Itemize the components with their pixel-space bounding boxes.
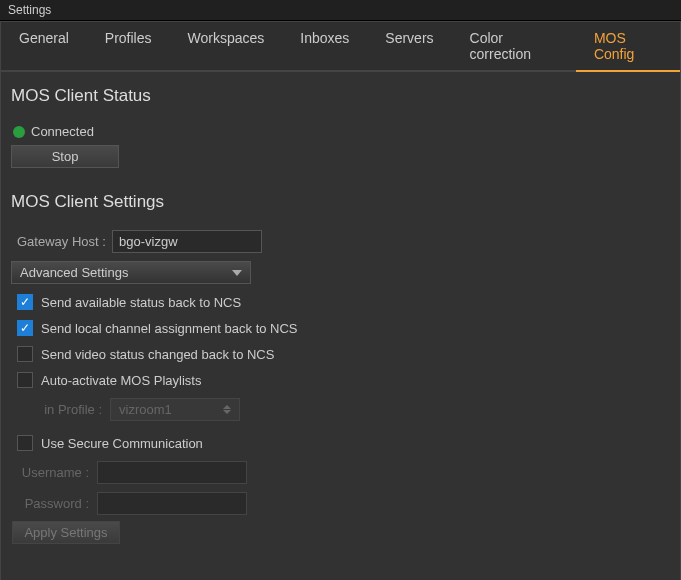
window-title: Settings [8,3,51,17]
gateway-host-label: Gateway Host : [17,234,112,249]
in-profile-row: in Profile : vizroom1 [11,398,670,421]
check-icon: ✓ [20,322,30,334]
advanced-settings-label: Advanced Settings [20,265,128,280]
tab-mos-config[interactable]: MOS Config [576,22,680,72]
mos-config-panel: MOS Client Status Connected Stop MOS Cli… [1,72,680,537]
send-video-status-row: Send video status changed back to NCS [11,346,670,362]
advanced-settings-dropdown[interactable]: Advanced Settings [11,261,251,284]
username-label: Username : [17,465,97,480]
in-profile-value: vizroom1 [119,402,172,417]
tab-workspaces[interactable]: Workspaces [170,22,283,70]
password-label: Password : [17,496,97,511]
password-row: Password : [11,492,670,515]
window-title-bar: Settings [0,0,681,21]
in-profile-label: in Profile : [35,402,110,417]
tab-servers[interactable]: Servers [367,22,451,70]
stepper-icon [223,405,231,414]
apply-settings-button[interactable]: Apply Settings [12,521,120,544]
bottom-actions: Apply Settings [12,521,120,568]
tab-general[interactable]: General [1,22,87,70]
send-channel-assignment-checkbox[interactable]: ✓ [17,320,33,336]
send-video-status-label: Send video status changed back to NCS [41,347,274,362]
mos-client-settings-heading: MOS Client Settings [11,192,670,212]
mos-client-status-heading: MOS Client Status [11,86,670,106]
auto-activate-label: Auto-activate MOS Playlists [41,373,201,388]
send-channel-assignment-label: Send local channel assignment back to NC… [41,321,298,336]
settings-content: General Profiles Workspaces Inboxes Serv… [0,21,681,580]
auto-activate-checkbox[interactable] [17,372,33,388]
use-secure-comm-checkbox[interactable] [17,435,33,451]
status-row: Connected [11,124,670,139]
tab-color-correction[interactable]: Color correction [452,22,576,70]
gateway-host-row: Gateway Host : [11,230,670,253]
send-channel-assignment-row: ✓ Send local channel assignment back to … [11,320,670,336]
username-row: Username : [11,461,670,484]
chevron-down-icon [232,270,242,276]
tab-bar: General Profiles Workspaces Inboxes Serv… [1,22,680,72]
send-available-status-row: ✓ Send available status back to NCS [11,294,670,310]
send-video-status-checkbox[interactable] [17,346,33,362]
status-connected-icon [13,126,25,138]
stop-button[interactable]: Stop [11,145,119,168]
gateway-host-input[interactable] [112,230,262,253]
send-available-status-checkbox[interactable]: ✓ [17,294,33,310]
tab-profiles[interactable]: Profiles [87,22,170,70]
username-input[interactable] [97,461,247,484]
send-available-status-label: Send available status back to NCS [41,295,241,310]
use-secure-comm-label: Use Secure Communication [41,436,203,451]
in-profile-select[interactable]: vizroom1 [110,398,240,421]
auto-activate-row: Auto-activate MOS Playlists [11,372,670,388]
use-secure-comm-row: Use Secure Communication [11,435,670,451]
password-input[interactable] [97,492,247,515]
tab-inboxes[interactable]: Inboxes [282,22,367,70]
check-icon: ✓ [20,296,30,308]
status-text: Connected [31,124,94,139]
